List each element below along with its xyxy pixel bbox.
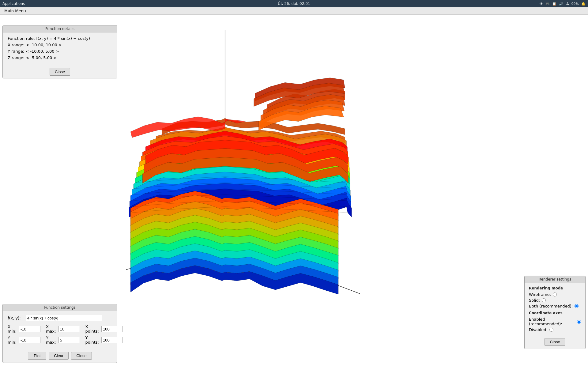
datetime-display: Út, 26. dub 02:01 xyxy=(278,2,310,6)
enabled-label: Enabled (recommended): xyxy=(529,317,575,326)
solid-label: Solid: xyxy=(529,298,540,303)
disabled-label: Disabled: xyxy=(529,327,548,332)
fx-row: f(x, y): xyxy=(8,315,112,321)
x-max-label: X max: xyxy=(46,324,56,334)
settings-buttons: Plot Clear Close xyxy=(3,350,117,363)
battery-display: 99% xyxy=(571,2,579,6)
renderer-settings-footer: Close xyxy=(525,336,585,349)
x-max-input[interactable] xyxy=(58,326,80,332)
plot-button[interactable]: Plot xyxy=(28,352,46,360)
fx-input[interactable] xyxy=(26,315,102,321)
both-row: Both (recommended): xyxy=(529,304,581,308)
applications-menu[interactable]: Applications xyxy=(2,2,25,6)
volume-icon[interactable]: 🔊 xyxy=(559,2,563,6)
function-rule: Function rule: f(x, y) = 4 * sin(x) + co… xyxy=(8,36,112,41)
main-area: Main Menu xyxy=(0,7,588,366)
settings-close-button[interactable]: Close xyxy=(71,352,92,360)
main-menu-item[interactable]: Main Menu xyxy=(2,8,28,14)
function-details-footer: Close xyxy=(3,66,117,78)
taskbar-left: Applications xyxy=(2,2,25,6)
function-details-title: Function details xyxy=(3,25,117,32)
function-settings-body: f(x, y): X min: X max: X points: Y min: … xyxy=(3,311,117,350)
renderer-close-button[interactable]: Close xyxy=(545,338,565,346)
range-grid: X min: X max: X points: Y min: Y max: Y … xyxy=(8,324,112,345)
menubar: Main Menu xyxy=(0,7,588,15)
fx-label: f(x, y): xyxy=(8,316,24,320)
solid-row: Solid: xyxy=(529,298,581,303)
gamepad-icon[interactable]: 🎮 xyxy=(545,2,550,6)
renderer-settings-title: Renderer settings xyxy=(525,276,585,283)
details-close-button[interactable]: Close xyxy=(50,68,70,76)
solid-radio[interactable] xyxy=(542,298,546,302)
y-points-input[interactable] xyxy=(101,337,123,343)
taskbar-center: Út, 26. dub 02:01 xyxy=(278,2,310,6)
x-points-label: X points: xyxy=(85,324,99,334)
bell-icon[interactable]: 🔔 xyxy=(581,2,586,6)
function-settings-title: Function settings xyxy=(3,304,117,311)
taskbar: Applications Út, 26. dub 02:01 👁 🎮 📋 🔊 🖧… xyxy=(0,0,588,7)
y-min-input[interactable] xyxy=(19,337,40,343)
x-points-input[interactable] xyxy=(101,326,123,332)
plot-area: Function details Function rule: f(x, y) … xyxy=(0,15,588,366)
both-label: Both (recommended): xyxy=(529,304,573,308)
clipboard-icon[interactable]: 📋 xyxy=(552,2,556,6)
clear-button[interactable]: Clear xyxy=(49,352,69,360)
axes-disabled-radio[interactable] xyxy=(549,328,553,332)
axes-enabled-radio[interactable] xyxy=(577,320,581,324)
y-range-display: Y range: < -10.00, 5.00 > xyxy=(8,49,112,54)
function-settings-panel: Function settings f(x, y): X min: X max:… xyxy=(2,304,117,363)
function-details-body: Function rule: f(x, y) = 4 * sin(x) + co… xyxy=(3,32,117,66)
renderer-settings-panel: Renderer settings Rendering mode Wirefra… xyxy=(524,276,586,349)
y-max-input[interactable] xyxy=(58,337,80,343)
coordinate-axes-section: Coordinate axes xyxy=(529,311,581,315)
network-icon[interactable]: 🖧 xyxy=(566,2,569,6)
rendering-mode-section: Rendering mode xyxy=(529,286,581,290)
y-points-label: Y points: xyxy=(85,335,99,345)
x-min-input[interactable] xyxy=(19,326,40,332)
both-radio[interactable] xyxy=(575,304,579,308)
function-details-panel: Function details Function rule: f(x, y) … xyxy=(2,25,117,78)
wireframe-row: Wireframe: xyxy=(529,292,581,297)
enabled-row: Enabled (recommended): xyxy=(529,317,581,326)
wireframe-radio[interactable] xyxy=(553,292,557,296)
renderer-settings-body: Rendering mode Wireframe: Solid: Both (r… xyxy=(525,283,585,336)
x-range-display: X range: < -10.00, 10.00 > xyxy=(8,43,112,47)
wireframe-label: Wireframe: xyxy=(529,292,551,297)
taskbar-right: 👁 🎮 📋 🔊 🖧 99% 🔔 xyxy=(540,2,586,6)
disabled-row: Disabled: xyxy=(529,327,581,332)
x-min-label: X min: xyxy=(8,324,17,334)
y-min-label: Y min: xyxy=(8,335,17,345)
y-max-label: Y max: xyxy=(46,335,56,345)
z-range-display: Z range: < -5.00, 5.00 > xyxy=(8,55,112,60)
eye-icon[interactable]: 👁 xyxy=(540,2,543,6)
